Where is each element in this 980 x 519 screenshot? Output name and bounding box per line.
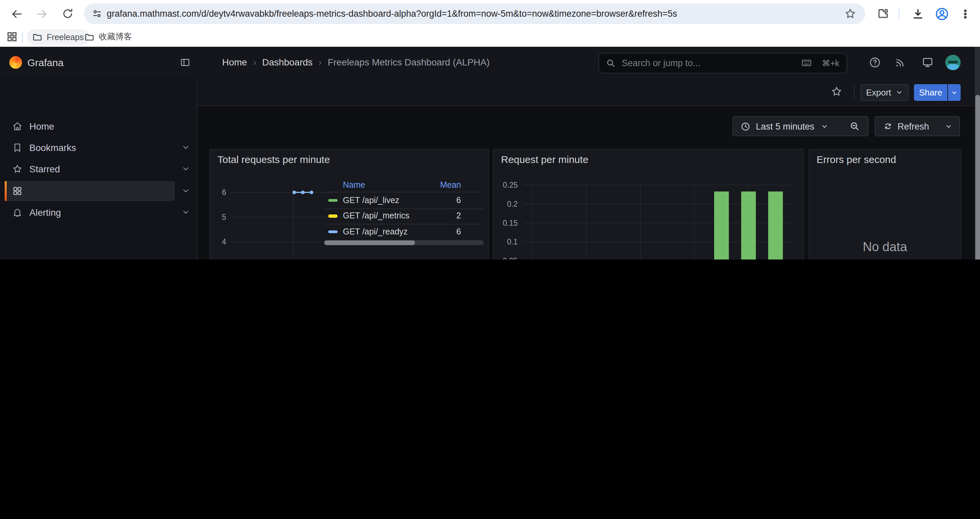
grafana-app: Grafana Home › Dashboards › Freeleaps Me…	[0, 47, 980, 260]
dashboard-actions-bar: Export Share	[197, 78, 980, 106]
legend-row[interactable]: 2	[456, 211, 461, 221]
svg-text:0.25: 0.25	[503, 181, 518, 189]
legend-row[interactable]: GET /api/_metrics	[343, 211, 410, 221]
chevron-down-icon	[944, 122, 952, 130]
panel-title[interactable]: Errors per second	[816, 153, 896, 165]
apps-grid-icon[interactable]	[6, 31, 18, 43]
breadcrumb-current: Freeleaps Metrics Dashboard (ALPHA)	[328, 57, 490, 67]
chevron-down-icon[interactable]	[181, 186, 190, 195]
browser-forward-button[interactable]	[31, 2, 53, 25]
url-bar[interactable]: grafana.mathmast.com/d/deytv4rwavabkb/fr…	[84, 3, 865, 24]
extensions-icon[interactable]	[871, 2, 894, 25]
actions-separator	[854, 85, 854, 99]
refresh-icon	[884, 121, 893, 131]
sidebar-nav: HomeBookmarksStarredDashboardsAlerting	[0, 78, 197, 260]
bookmark-icon	[12, 142, 23, 153]
svg-text:0.15: 0.15	[503, 219, 518, 227]
sidebar-item-label: Alerting	[29, 207, 61, 218]
chevron-down-icon	[895, 88, 903, 96]
rss-icon[interactable]	[894, 56, 907, 69]
home-icon	[12, 121, 23, 132]
legend-row[interactable]: GET /api/_livez	[343, 195, 399, 205]
folder-icon	[84, 32, 95, 42]
dock-menu-icon[interactable]	[180, 57, 191, 68]
star-icon	[12, 164, 23, 174]
toolbar-separator	[899, 7, 899, 20]
grafana-logo-icon[interactable]	[10, 56, 22, 69]
favorite-star-icon[interactable]	[830, 86, 843, 97]
refresh-interval-button[interactable]	[937, 116, 960, 136]
chevron-down-icon[interactable]	[181, 208, 190, 216]
sidebar-item-dashboards[interactable]: Dashboards	[0, 181, 197, 201]
legend-row[interactable]: 6	[456, 227, 461, 237]
sidebar-item-starred[interactable]: Starred	[0, 159, 197, 179]
breadcrumb-home[interactable]: Home	[222, 57, 247, 67]
sidebar-item-alerting[interactable]: Alerting	[0, 203, 197, 222]
browser-toolbar: grafana.mathmast.com/d/deytv4rwavabkb/fr…	[0, 0, 980, 47]
monitor-icon[interactable]	[921, 56, 934, 69]
sidebar-item-label: Starred	[29, 164, 60, 174]
chevron-down-icon[interactable]	[181, 164, 190, 173]
share-button[interactable]: Share	[914, 84, 947, 101]
help-icon[interactable]	[869, 56, 881, 69]
page-scrollbar-thumb[interactable]	[975, 95, 980, 260]
zoom-out-button[interactable]	[841, 116, 869, 136]
svg-text:4: 4	[222, 238, 226, 246]
search-box[interactable]: ⌘+k	[598, 53, 847, 73]
no-data-message: No data	[809, 240, 961, 254]
bookmark-star-icon[interactable]	[844, 7, 857, 20]
screen: grafana.mathmast.com/d/deytv4rwavabkb/fr…	[0, 0, 980, 260]
bookmarks-separator	[22, 32, 23, 43]
zoom-out-icon	[849, 121, 860, 132]
chevron-down-icon[interactable]	[181, 143, 190, 152]
sidebar-item-label: Bookmarks	[29, 142, 76, 153]
active-indicator	[5, 181, 7, 201]
bookmark-label: 收藏博客	[99, 31, 132, 43]
downloads-icon[interactable]	[907, 2, 929, 25]
user-avatar[interactable]	[945, 55, 961, 70]
chevron-down-icon	[951, 88, 958, 96]
profile-icon[interactable]	[931, 2, 953, 25]
grafana-header: Grafana Home › Dashboards › Freeleaps Me…	[0, 47, 980, 79]
breadcrumb: Home › Dashboards › Freeleaps Metrics Da…	[222, 57, 490, 67]
svg-text:0.1: 0.1	[507, 238, 518, 246]
folder-icon	[32, 32, 43, 42]
apps-icon	[12, 186, 23, 196]
bookmarks-bar: Freeleaps 收藏博客	[0, 27, 980, 47]
sidebar-item-bookmarks[interactable]: Bookmarks	[0, 137, 197, 158]
refresh-button[interactable]: Refresh	[875, 116, 938, 136]
browser-back-button[interactable]	[5, 2, 28, 25]
time-range-picker[interactable]: Last 5 minutes	[732, 116, 842, 136]
search-input[interactable]	[620, 57, 770, 69]
search-icon	[606, 58, 616, 68]
clock-icon	[740, 121, 751, 131]
site-settings-icon[interactable]	[91, 8, 103, 19]
series-color-pill[interactable]	[328, 230, 337, 233]
sidebar-item-label: Home	[29, 121, 54, 132]
browser-reload-button[interactable]	[56, 2, 79, 25]
panel-total-requests: Total requests per minute 6543217:40 Nam…	[210, 149, 489, 260]
browser-menu-icon[interactable]	[954, 2, 977, 25]
legend-row[interactable]: 6	[456, 195, 461, 205]
series-color-pill[interactable]	[328, 215, 337, 218]
export-button[interactable]: Export	[861, 84, 908, 101]
svg-text:0.2: 0.2	[507, 200, 518, 208]
sidebar-item-home[interactable]: Home	[0, 116, 197, 136]
legend-header[interactable]: Name	[343, 180, 365, 190]
bell-icon	[12, 207, 23, 218]
bookmark-label: Freeleaps	[47, 32, 84, 42]
bar-chart[interactable]: 0.250.20.150.10.05017:37:0017:38:0017:39…	[494, 150, 803, 260]
search-shortcut: ⌘+k	[822, 58, 839, 68]
series-color-pill[interactable]	[328, 199, 337, 202]
legend-table: NameMeanGET /api/_livez6GET /api/_metric…	[324, 178, 484, 247]
breadcrumb-dashboards[interactable]: Dashboards	[262, 57, 313, 67]
keyboard-icon	[801, 58, 812, 67]
svg-text:5: 5	[222, 213, 226, 222]
legend-header[interactable]: Mean	[440, 180, 461, 190]
chevron-down-icon	[821, 122, 829, 130]
legend-row[interactable]: GET /api/_readyz	[343, 227, 407, 237]
share-menu-button[interactable]	[948, 84, 961, 101]
bookmark-folder-blogs[interactable]: 收藏博客	[79, 29, 137, 45]
legend-scrollbar-thumb[interactable]	[324, 241, 415, 245]
url-text: grafana.mathmast.com/d/deytv4rwavabkb/fr…	[107, 9, 834, 19]
